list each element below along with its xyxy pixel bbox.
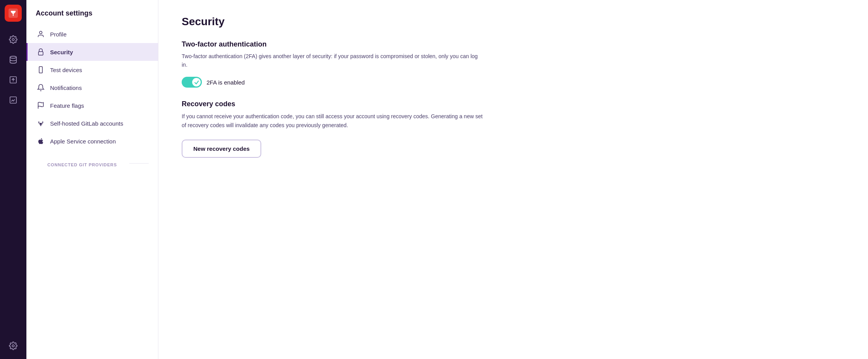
sidebar-item-test-devices-label: Test devices bbox=[50, 67, 82, 73]
two-factor-toggle-label: 2FA is enabled bbox=[207, 79, 245, 86]
nav-chart-icon[interactable] bbox=[5, 91, 22, 109]
profile-icon bbox=[37, 30, 45, 38]
new-recovery-codes-button[interactable]: New recovery codes bbox=[182, 140, 261, 158]
connected-git-providers-label: Connected Git Providers bbox=[37, 156, 126, 170]
sidebar-item-feature-flags-label: Feature flags bbox=[50, 102, 84, 109]
sidebar: Account settings Profile Security Test d… bbox=[26, 0, 158, 359]
sidebar-item-notifications[interactable]: Notifications bbox=[26, 79, 158, 97]
sidebar-item-feature-flags[interactable]: Feature flags bbox=[26, 97, 158, 114]
check-icon bbox=[194, 80, 199, 85]
nav-settings-icon[interactable] bbox=[5, 31, 22, 48]
recovery-codes-section: Recovery codes If you cannot receive you… bbox=[182, 100, 845, 157]
svg-rect-8 bbox=[39, 67, 42, 73]
logo-icon bbox=[8, 8, 19, 19]
sidebar-item-profile-label: Profile bbox=[50, 31, 67, 38]
nav-database-icon[interactable] bbox=[5, 51, 22, 68]
app-logo[interactable] bbox=[5, 5, 22, 22]
two-factor-description: Two-factor authentication (2FA) gives an… bbox=[182, 52, 484, 69]
main-content: Security Two-factor authentication Two-f… bbox=[158, 0, 868, 359]
sidebar-item-security-label: Security bbox=[50, 49, 73, 55]
notifications-icon bbox=[37, 84, 45, 91]
recovery-codes-title: Recovery codes bbox=[182, 100, 845, 108]
svg-point-6 bbox=[40, 31, 42, 34]
nav-upload-icon[interactable] bbox=[5, 71, 22, 88]
sidebar-item-self-hosted-label: Self-hosted GitLab accounts bbox=[50, 120, 123, 127]
svg-point-5 bbox=[12, 345, 14, 347]
nav-bar bbox=[0, 0, 26, 359]
sidebar-item-profile[interactable]: Profile bbox=[26, 25, 158, 43]
two-factor-section: Two-factor authentication Two-factor aut… bbox=[182, 40, 845, 88]
feature-flags-icon bbox=[37, 102, 45, 109]
two-factor-toggle[interactable] bbox=[182, 77, 202, 88]
sidebar-item-test-devices[interactable]: Test devices bbox=[26, 61, 158, 79]
two-factor-toggle-row: 2FA is enabled bbox=[182, 77, 845, 88]
sidebar-item-notifications-label: Notifications bbox=[50, 85, 82, 91]
two-factor-title: Two-factor authentication bbox=[182, 40, 845, 48]
sidebar-item-apple-service-label: Apple Service connection bbox=[50, 138, 116, 145]
svg-rect-4 bbox=[10, 97, 17, 104]
page-title: Security bbox=[182, 16, 845, 28]
gitlab-icon bbox=[37, 119, 45, 127]
svg-point-1 bbox=[12, 38, 14, 41]
sidebar-item-self-hosted[interactable]: Self-hosted GitLab accounts bbox=[26, 114, 158, 132]
apple-icon bbox=[37, 137, 45, 145]
sidebar-title: Account settings bbox=[26, 9, 158, 25]
svg-point-2 bbox=[10, 56, 17, 59]
test-devices-icon bbox=[37, 66, 45, 74]
toggle-knob bbox=[192, 78, 201, 86]
nav-gear-icon[interactable] bbox=[5, 337, 22, 354]
sidebar-item-security[interactable]: Security bbox=[26, 43, 158, 61]
sidebar-item-apple-service[interactable]: Apple Service connection bbox=[26, 132, 158, 150]
recovery-codes-description: If you cannot receive your authenticatio… bbox=[182, 112, 484, 130]
svg-rect-7 bbox=[38, 52, 43, 55]
security-icon bbox=[37, 48, 45, 56]
